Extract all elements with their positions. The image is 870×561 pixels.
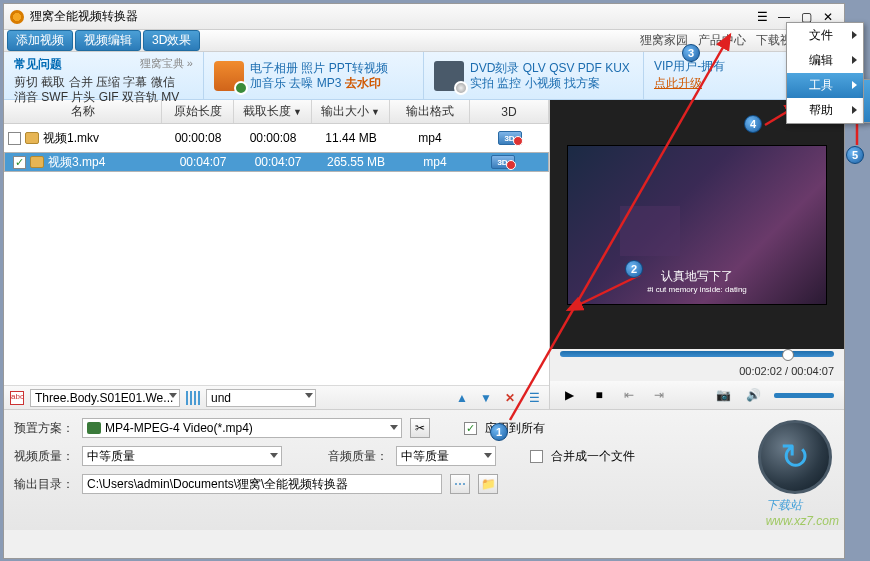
aq-label: 音频质量： (328, 448, 388, 465)
watermark: 下载站www.xz7.com (766, 497, 839, 528)
video-quality-select[interactable]: 中等质量 (82, 446, 282, 466)
video-edit-button[interactable]: 视频编辑 (75, 30, 141, 51)
list-menu-button[interactable]: ☰ (525, 389, 543, 407)
table-row[interactable]: 视频1.mkv 00:00:08 00:00:08 11.44 MB mp4 3… (4, 124, 549, 152)
banner2-l2[interactable]: 实拍 监控 小视频 找方案 (470, 76, 630, 91)
mark-in-button[interactable]: ⇤ (620, 386, 638, 404)
preset-select[interactable]: MP4-MPEG-4 Video(*.mp4) (82, 418, 402, 438)
app-title: 狸窝全能视频转换器 (30, 8, 138, 25)
3d-badge[interactable]: 3D (498, 131, 522, 145)
subtitle-combo[interactable]: Three.Body.S01E01.We... (30, 389, 180, 407)
move-down-button[interactable]: ▼ (477, 389, 495, 407)
nav-home[interactable]: 狸窝家园 (640, 32, 688, 49)
menu-options[interactable]: 选项 (864, 80, 870, 122)
seek-bar[interactable] (560, 351, 834, 357)
move-up-button[interactable]: ▲ (453, 389, 471, 407)
mark-out-button[interactable]: ⇥ (650, 386, 668, 404)
menu-toggle-icon[interactable]: ☰ (752, 9, 772, 25)
browse-button[interactable]: ⋯ (450, 474, 470, 494)
merge-checkbox[interactable] (530, 450, 543, 463)
col-fmt[interactable]: 输出格式 (390, 100, 470, 123)
convert-button[interactable] (758, 420, 832, 494)
banner2-l1[interactable]: DVD刻录 QLV QSV PDF KUX (470, 61, 630, 76)
file-icon (30, 156, 44, 168)
faq-links-1[interactable]: 剪切 截取 合并 压缩 字幕 微信 (14, 75, 179, 90)
audio-track-icon (186, 391, 200, 405)
remove-button[interactable]: ✕ (501, 389, 519, 407)
open-folder-button[interactable]: 📁 (478, 474, 498, 494)
video-preview[interactable]: 认真地写下了#i cut memory inside: dating (550, 100, 844, 349)
faq-links-2[interactable]: 消音 SWF 片头 GIF 双音轨 MV (14, 90, 179, 105)
preset-settings-button[interactable]: ✂ (410, 418, 430, 438)
apply-all-checkbox[interactable] (464, 422, 477, 435)
subtitle-icon: abc (10, 391, 24, 405)
stop-button[interactable]: ■ (590, 386, 608, 404)
ppt-icon (214, 61, 244, 91)
tools-submenu: 选项 (863, 79, 870, 123)
out-label: 输出目录： (14, 476, 74, 493)
menu-edit[interactable]: 编辑 (787, 48, 863, 73)
table-row[interactable]: 视频3.mp4 00:04:07 00:04:07 265.55 MB mp4 … (4, 152, 549, 172)
dvd-icon (434, 61, 464, 91)
row-checkbox[interactable] (8, 132, 21, 145)
callout-4: 4 (744, 115, 762, 133)
callout-1: 1 (490, 423, 508, 441)
audio-combo[interactable]: und (206, 389, 316, 407)
add-video-button[interactable]: 添加视频 (7, 30, 73, 51)
volume-slider[interactable] (774, 393, 834, 398)
menu-file[interactable]: 文件 (787, 23, 863, 48)
row-checkbox[interactable] (13, 156, 26, 169)
callout-5: 5 (846, 146, 864, 164)
3d-badge[interactable]: 3D (491, 155, 515, 169)
audio-quality-select[interactable]: 中等质量 (396, 446, 496, 466)
callout-3: 3 (682, 44, 700, 62)
play-button[interactable]: ▶ (560, 386, 578, 404)
faq-sub[interactable]: 狸窝宝典 » (140, 56, 193, 73)
col-3d[interactable]: 3D (470, 100, 549, 123)
app-icon (10, 10, 24, 24)
file-icon (25, 132, 39, 144)
preset-label: 预置方案： (14, 420, 74, 437)
menu-tools[interactable]: 工具 (787, 73, 863, 98)
output-path-input[interactable]: C:\Users\admin\Documents\狸窝\全能视频转换器 (82, 474, 442, 494)
faq-title[interactable]: 常见问题 (14, 56, 62, 73)
nav-center[interactable]: 产品中心 (698, 32, 746, 49)
callout-2: 2 (625, 260, 643, 278)
snapshot-button[interactable]: 📷 (714, 386, 732, 404)
3d-effect-button[interactable]: 3D效果 (143, 30, 200, 51)
menu-help[interactable]: 帮助 (787, 98, 863, 123)
mp4-icon (87, 422, 101, 434)
volume-icon[interactable]: 🔊 (744, 386, 762, 404)
col-cut[interactable]: 截取长度▼ (234, 100, 312, 123)
time-label: 00:02:02 / 00:04:07 (550, 361, 844, 381)
banner1-l1[interactable]: 电子相册 照片 PPT转视频 (250, 61, 388, 76)
col-size[interactable]: 输出大小▼ (312, 100, 390, 123)
main-menu: 文件 编辑 工具 帮助 选项 (786, 22, 864, 124)
merge-label: 合并成一个文件 (551, 448, 635, 465)
vq-label: 视频质量： (14, 448, 74, 465)
vip-upgrade[interactable]: 点此升级 (654, 76, 702, 90)
